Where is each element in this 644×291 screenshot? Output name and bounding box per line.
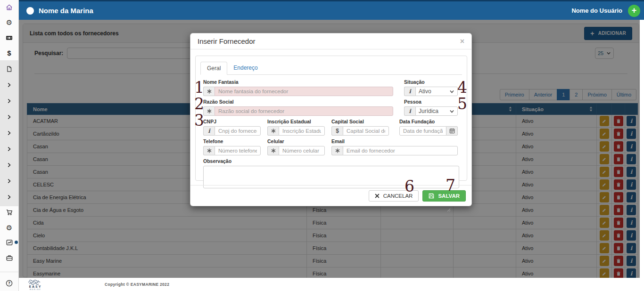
home-icon [6, 4, 13, 11]
email-input[interactable] [343, 146, 458, 155]
chevron-right-icon [7, 194, 12, 200]
sidebar-item-cash[interactable] [0, 33, 18, 42]
sidebar-subitem-4[interactable] [0, 129, 18, 137]
dollar-icon: $ [7, 49, 11, 57]
chevron-right-icon [7, 162, 12, 168]
modal-form: Nome Fantasia Situação i Ativo [196, 75, 467, 190]
x-icon [375, 194, 383, 198]
annotation-7: 7 [446, 178, 455, 193]
sidebar-subitem-1[interactable] [0, 81, 18, 89]
sidebar-item-shop[interactable] [0, 208, 18, 217]
chevron-right-icon [7, 114, 12, 120]
modal-header: Inserir Fornecedor × [190, 33, 471, 49]
razao-social-input[interactable] [215, 106, 393, 116]
asterisk-icon [331, 146, 343, 155]
situacao-value: Ativo [419, 88, 431, 95]
sidebar-subitem-6[interactable] [0, 161, 18, 169]
situacao-select[interactable]: Ativo [415, 87, 458, 96]
marina-title: Nome da Marina [39, 7, 93, 15]
pessoa-value: Jurídica [419, 108, 438, 114]
asterisk-icon [203, 106, 215, 116]
copyright-text: Copyright © EASYMARINE 2022 [105, 282, 169, 287]
asterisk-icon [267, 146, 279, 155]
insert-supplier-modal: Inserir Fornecedor × Geral Endereço Nome… [190, 33, 472, 206]
asterisk-icon [267, 126, 279, 136]
tab-bar: Geral Endereço [200, 62, 462, 75]
modal-footer: CANCELAR SALVAR [190, 185, 471, 206]
easymarine-logo: EASY MARINE [26, 279, 44, 291]
annotation-3: 3 [194, 113, 204, 128]
data-fundacao-input[interactable] [399, 126, 446, 136]
dollar-icon: $ [331, 126, 343, 136]
chevron-right-icon [7, 130, 12, 136]
info-icon: i [404, 106, 415, 116]
celular-input[interactable] [279, 146, 325, 155]
capital-social-input[interactable] [343, 126, 389, 136]
tab-endereco[interactable]: Endereço [227, 62, 264, 74]
page-footer: EASY MARINE Copyright © EASYMARINE 2022 [19, 278, 644, 291]
telefone-input[interactable] [215, 146, 261, 155]
chevron-down-icon [449, 89, 454, 94]
sidebar-item-config[interactable]: ⚙ [0, 223, 18, 232]
asterisk-icon [203, 146, 215, 155]
situacao-label: Situação [404, 79, 458, 85]
sidebar-item-help[interactable]: ? [0, 279, 18, 287]
capital-social-label: Capital Social [331, 119, 389, 124]
sidebar-divider [0, 272, 18, 272]
sidebar-item-services[interactable] [0, 254, 18, 262]
cart-icon [6, 209, 13, 216]
nome-fantasia-input[interactable] [215, 87, 393, 96]
annotation-4: 4 [457, 80, 467, 95]
celular-label: Celular [267, 138, 325, 144]
sidebar-subitem-5[interactable] [0, 145, 18, 153]
calendar-icon[interactable] [446, 126, 458, 136]
cnpj-input[interactable] [215, 126, 261, 136]
chevron-right-icon [7, 146, 12, 152]
money-icon [6, 34, 13, 41]
marina-status-dot [26, 7, 34, 15]
help-icon: ? [6, 280, 13, 287]
sidebar-subitem-8[interactable] [0, 193, 18, 201]
sidebar-item-home[interactable] [0, 3, 18, 11]
asterisk-icon [203, 87, 215, 96]
chevron-right-icon [7, 82, 12, 88]
pessoa-label: Pessoa [404, 99, 458, 105]
email-label: Email [331, 138, 458, 144]
annotation-6: 6 [405, 178, 414, 194]
inscricao-estadual-input[interactable] [279, 126, 325, 136]
annotation-2: 2 [194, 96, 204, 112]
topbar: Nome da Marina Nome do Usuário + [19, 0, 644, 20]
sidebar-item-documents[interactable] [0, 65, 18, 73]
telefone-label: Telefone [203, 138, 261, 144]
save-button[interactable]: SALVAR [422, 190, 466, 202]
sidebar: ⚙ $ ⚙ ? [0, 0, 19, 291]
svg-text:?: ? [8, 281, 10, 285]
observacao-label: Observação [203, 158, 459, 164]
sidebar-item-settings[interactable]: ⚙ [0, 18, 18, 26]
user-name[interactable]: Nome do Usuário [571, 7, 622, 14]
chevron-down-icon [449, 109, 454, 114]
chart-icon [6, 239, 13, 246]
svg-text:MARINE: MARINE [30, 288, 41, 291]
annotation-5: 5 [457, 96, 467, 112]
sidebar-item-finance[interactable]: $ [0, 48, 18, 57]
sidebar-subitem-3[interactable] [0, 113, 18, 121]
modal-tab-box: Geral Endereço Nome Fantasia Situação i [195, 56, 467, 181]
data-fundacao-label: Data Fundação [399, 119, 458, 124]
tab-geral[interactable]: Geral [200, 62, 227, 75]
gear-icon: ⚙ [6, 19, 12, 26]
pessoa-select[interactable]: Jurídica [415, 106, 458, 116]
gear-icon: ⚙ [6, 224, 12, 231]
save-icon [429, 193, 438, 199]
notification-dot [15, 241, 18, 244]
sidebar-subitem-2[interactable] [0, 97, 18, 105]
close-icon[interactable]: × [460, 38, 464, 45]
resize-handle-icon[interactable] [447, 208, 451, 212]
chevron-right-icon [7, 98, 12, 104]
info-icon: i [404, 87, 415, 96]
razao-social-label: Razão Social [203, 99, 393, 105]
cnpj-label: CNPJ [203, 119, 261, 124]
add-user-button[interactable]: + [628, 5, 640, 17]
file-icon [6, 66, 12, 72]
sidebar-subitem-7[interactable] [0, 177, 18, 185]
